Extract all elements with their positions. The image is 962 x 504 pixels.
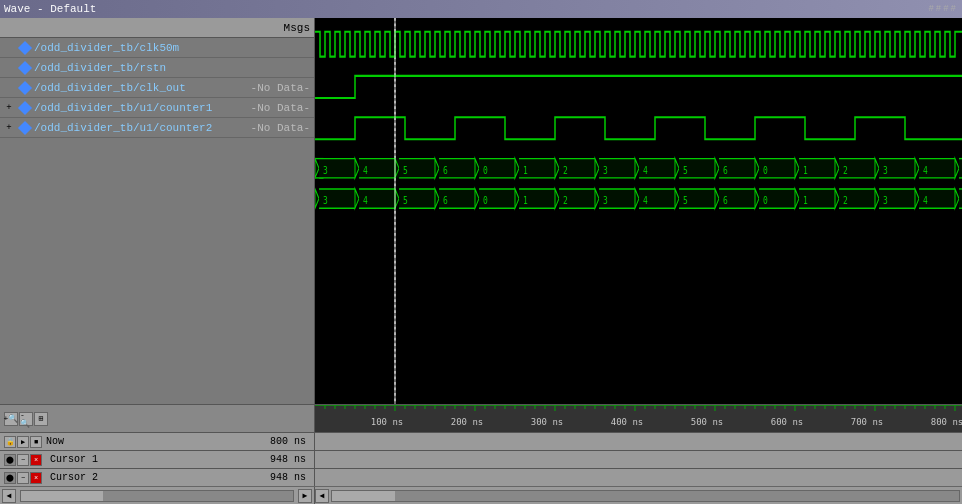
cursor1-icons: ⬤ − × <box>4 454 42 466</box>
svg-text:5: 5 <box>683 194 688 207</box>
scroll-track-h[interactable] <box>20 490 294 502</box>
signal-row-counter1[interactable]: + /odd_divider_tb/u1/counter1 -No Data- <box>0 98 314 118</box>
cursor1-row: ⬤ − × Cursor 1 948 ns <box>0 450 962 468</box>
scroll-thumb-wave[interactable] <box>332 491 395 501</box>
fit-icon[interactable]: ⊞ <box>34 412 48 426</box>
svg-text:3: 3 <box>883 163 888 176</box>
svg-text:4: 4 <box>363 194 368 207</box>
svg-text:6: 6 <box>723 163 728 176</box>
svg-text:6: 6 <box>443 194 448 207</box>
timeline-area: +🔍 -🔍 ⊞ <box>0 404 962 432</box>
cursor1-left: ⬤ − × Cursor 1 948 ns <box>0 451 315 468</box>
cursor1-minus-icon[interactable]: − <box>17 454 29 466</box>
svg-text:6: 6 <box>723 194 728 207</box>
scroll-thumb-h[interactable] <box>21 491 103 501</box>
scroll-left-btn[interactable]: ◀ <box>2 489 16 503</box>
signal-name-counter2: /odd_divider_tb/u1/counter2 <box>34 122 234 134</box>
signal-name-counter1: /odd_divider_tb/u1/counter1 <box>34 102 234 114</box>
cursor2-right <box>315 469 962 486</box>
scroll-left-wave-btn[interactable]: ◀ <box>315 489 329 503</box>
wave-area: Msgs /odd_divider_tb/clk50m /odd_divider… <box>0 18 962 404</box>
now-right <box>315 433 962 450</box>
cursor2-label: Cursor 2 <box>50 472 98 483</box>
svg-text:5: 5 <box>403 163 408 176</box>
svg-text:1: 1 <box>803 163 808 176</box>
now-icons: 🔒 ▶ ■ <box>4 436 42 448</box>
cursor2-value: 948 ns <box>270 472 310 483</box>
now-value: 800 ns <box>270 436 310 447</box>
expand-btn-rstn <box>2 61 16 75</box>
signal-icon-rstn <box>18 60 32 74</box>
svg-text:5: 5 <box>683 163 688 176</box>
signal-icon-clk-out <box>18 80 32 94</box>
svg-text:3: 3 <box>603 163 608 176</box>
svg-text:300 ns: 300 ns <box>531 417 564 427</box>
bottom-right-scroll: ◀ <box>315 487 962 504</box>
signal-row-counter2[interactable]: + /odd_divider_tb/u1/counter2 -No Data- <box>0 118 314 138</box>
waveform-panel[interactable]: 3 4 5 <box>315 18 962 404</box>
cursor2-icons: ⬤ − × <box>4 472 42 484</box>
svg-text:3: 3 <box>323 194 328 207</box>
svg-text:0: 0 <box>763 194 768 207</box>
scroll-indicator: #### <box>928 4 958 14</box>
svg-text:3: 3 <box>603 194 608 207</box>
expand-btn-counter2[interactable]: + <box>2 121 16 135</box>
signal-panel: Msgs /odd_divider_tb/clk50m /odd_divider… <box>0 18 315 404</box>
svg-text:4: 4 <box>923 163 928 176</box>
zoom-out-icon[interactable]: -🔍 <box>19 412 33 426</box>
signal-value-clk-out: -No Data- <box>234 82 314 94</box>
svg-text:5: 5 <box>403 194 408 207</box>
svg-text:700 ns: 700 ns <box>851 417 884 427</box>
svg-text:400 ns: 400 ns <box>611 417 644 427</box>
main-content: Msgs /odd_divider_tb/clk50m /odd_divider… <box>0 18 962 504</box>
cursor2-x-icon[interactable]: × <box>30 472 42 484</box>
signal-row-clk50m[interactable]: /odd_divider_tb/clk50m <box>0 38 314 58</box>
cursor1-icon[interactable]: ⬤ <box>4 454 16 466</box>
scroll-right-btn[interactable]: ▶ <box>298 489 312 503</box>
timeline-right[interactable]: 100 ns 200 ns 300 ns 400 ns 500 ns 600 n… <box>315 405 962 432</box>
signal-header: Msgs <box>0 18 314 38</box>
cursor2-minus-icon[interactable]: − <box>17 472 29 484</box>
signal-name-rstn: /odd_divider_tb/rstn <box>34 62 234 74</box>
play-icon[interactable]: ▶ <box>17 436 29 448</box>
lock-icon[interactable]: 🔒 <box>4 436 16 448</box>
now-left: 🔒 ▶ ■ Now 800 ns <box>0 433 315 450</box>
signal-row-clk-out[interactable]: /odd_divider_tb/clk_out -No Data- <box>0 78 314 98</box>
cursor1-x-icon[interactable]: × <box>30 454 42 466</box>
cursor1-right <box>315 451 962 468</box>
signal-value-counter2: -No Data- <box>234 122 314 134</box>
svg-text:800 ns: 800 ns <box>931 417 962 427</box>
expand-btn-clk-out <box>2 81 16 95</box>
svg-text:2: 2 <box>843 163 848 176</box>
svg-text:4: 4 <box>923 194 928 207</box>
svg-text:2: 2 <box>563 163 568 176</box>
signal-name-clk50m: /odd_divider_tb/clk50m <box>34 42 234 54</box>
bottom-bar: ◀ ▶ ◀ <box>0 486 962 504</box>
svg-text:6: 6 <box>443 163 448 176</box>
signal-row-rstn[interactable]: /odd_divider_tb/rstn <box>0 58 314 78</box>
expand-btn-clk50m <box>2 41 16 55</box>
svg-text:200 ns: 200 ns <box>451 417 484 427</box>
svg-text:1: 1 <box>803 194 808 207</box>
scroll-track-wave[interactable] <box>331 490 960 502</box>
svg-text:4: 4 <box>643 163 648 176</box>
svg-text:1: 1 <box>523 194 528 207</box>
timeline-controls: +🔍 -🔍 ⊞ <box>4 412 48 426</box>
stop-icon[interactable]: ■ <box>30 436 42 448</box>
cursor2-icon[interactable]: ⬤ <box>4 472 16 484</box>
window-title: Wave - Default <box>4 3 928 15</box>
svg-text:500 ns: 500 ns <box>691 417 724 427</box>
svg-text:3: 3 <box>883 194 888 207</box>
cursor2-row: ⬤ − × Cursor 2 948 ns <box>0 468 962 486</box>
signal-msgs-col-header: Msgs <box>234 22 314 34</box>
svg-text:0: 0 <box>763 163 768 176</box>
zoom-in-icon[interactable]: +🔍 <box>4 412 18 426</box>
signal-icon-counter2 <box>18 120 32 134</box>
svg-text:4: 4 <box>643 194 648 207</box>
expand-btn-counter1[interactable]: + <box>2 101 16 115</box>
svg-text:4: 4 <box>363 163 368 176</box>
cursor1-value: 948 ns <box>270 454 310 465</box>
cursor2-left: ⬤ − × Cursor 2 948 ns <box>0 469 315 486</box>
svg-text:2: 2 <box>843 194 848 207</box>
timeline-left: +🔍 -🔍 ⊞ <box>0 405 315 432</box>
